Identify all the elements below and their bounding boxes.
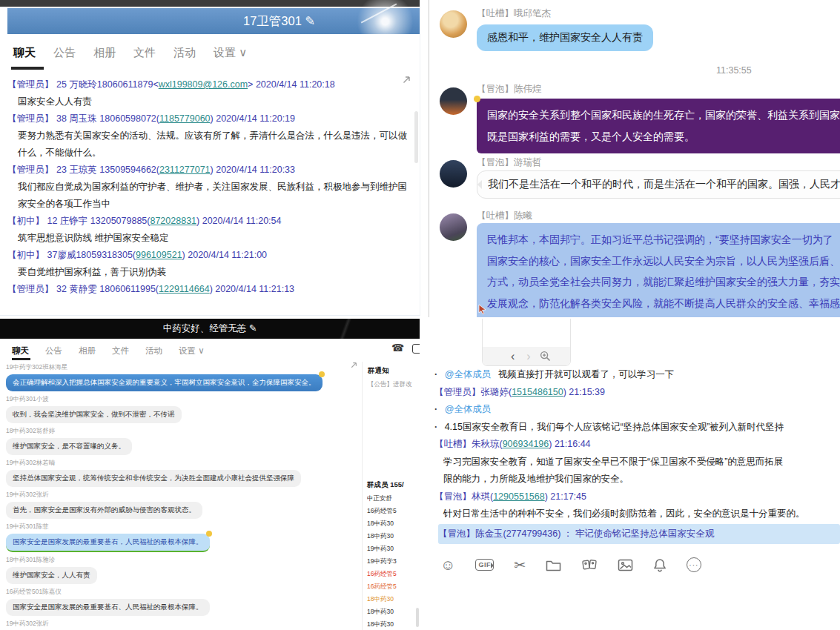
message-row: 19中药302张圻 其次，国家安全是国家没有内部的混乱与疾患的客观状态 — [6, 620, 356, 630]
tab-announcement[interactable]: 公告 — [53, 46, 76, 60]
qq-number-link[interactable]: 1185779060 — [159, 113, 211, 124]
message-text: 要努力熟悉有关国家安全的活动、法规。应该有所了解，弄清什么是合法，什么是违法，可… — [7, 127, 408, 162]
qq-number-link[interactable]: 1515486150 — [512, 387, 563, 397]
edit-title-icon[interactable]: ✎ — [305, 14, 315, 27]
message-bubble[interactable]: 收到，我会坚决维护国家安全，做到不泄密，不传谣 — [6, 406, 182, 423]
tab-album[interactable]: 相册 — [93, 46, 116, 60]
chat-record-item: 【初中】 12 庄铮宇 13205079885(872028831) 2020/… — [7, 213, 408, 247]
message-text: 视频直接打开就可以观看了，可以学习一下 — [498, 369, 675, 379]
more-options-icon[interactable]: ··· — [687, 557, 701, 572]
message-content: 19中药学302班林海星 会正确理解和深入把握总体国家安全观的重要意义，牢固树立… — [6, 363, 323, 391]
member-item[interactable]: 18中药30 — [367, 606, 410, 618]
at-mention[interactable]: @全体成员 — [445, 369, 492, 379]
message-header: 【管理员】 38 周玉珠 18060598072(1185779060) 202… — [7, 110, 408, 127]
chat-record-line: 限的能力，力所能及地维护我们国家的安全。 — [434, 471, 839, 488]
sender-name: 19中药302张圻 — [6, 491, 202, 500]
chat-record-list: 【管理员】 25 万晓玲18060611879<wxl199809@126.co… — [7, 76, 408, 298]
members-count: 群成员 155/ — [367, 480, 404, 490]
chat-record-line: 学习完国家安全教育，知道了国家安全早已不限于“保卫国家不受侵略”的意思而拓展 — [434, 454, 839, 471]
tab-settings[interactable]: 设置 ∨ — [214, 46, 247, 60]
message-row: 18中药302翁舒婷 维护国家安全，是不容置喙的义务。 — [6, 427, 356, 455]
folder-icon[interactable] — [546, 559, 561, 571]
tab-settings[interactable]: 设置 ∨ — [179, 345, 205, 357]
bubble-line: 国家的安全关系到整个国家和民族的生死存亡，国家的荣誉、利益关系到国家 — [487, 105, 840, 126]
avatar[interactable] — [440, 87, 467, 115]
message-bubble[interactable]: 维护国家安全，人人有责 — [6, 567, 97, 584]
message-bubble[interactable]: 感恩和平，维护国家安全人人有责 — [477, 24, 653, 51]
qq-number-link[interactable]: 2311277071 — [159, 165, 211, 175]
avatar[interactable] — [440, 160, 467, 188]
message-bubble[interactable]: 会正确理解和深入把握总体国家安全观的重要意义，牢固树立国家安全意识，全力保障国家… — [6, 374, 323, 391]
image-preview-card[interactable]: ‹ › — [482, 319, 571, 366]
phone-call-icon[interactable]: ☎ — [391, 342, 404, 354]
photo-collage-icon[interactable] — [581, 558, 598, 572]
scrollbar-thumb[interactable] — [416, 608, 419, 627]
group-notice-text[interactable]: 【公告】进群改 — [368, 380, 415, 389]
chat-record-line: 【管理员】张璐婷(1515486150) 21:15:39 — [434, 384, 839, 402]
qq-number-link[interactable]: 1229114664 — [159, 284, 210, 294]
message-bubble[interactable]: 国家安全是国家发展的最重要基石，人民福祉的最根本保障。 — [6, 534, 210, 552]
member-item[interactable]: 18中药30 — [367, 593, 410, 606]
message-bubble[interactable]: 首先，国家安全是国家没有外部的威胁与侵害的客观状态。 — [6, 502, 202, 519]
message-row: 19中药301陈菲 国家安全是国家发展的最重要基石，人民福祉的最根本保障。 — [6, 523, 356, 552]
tab-files[interactable]: 文件 — [112, 345, 129, 357]
qq-group-window-zhongyao: 中药安好、经管无恙 ✎ 聊天 公告 相册 文件 活动 设置 ∨ ☎ 19中药学3… — [0, 319, 420, 630]
gif-icon[interactable]: GIF — [475, 559, 494, 571]
message-row: 16药经管501陈嘉仪 国家安全是国家发展的最重要基石、人民福祉的最根本保障。 — [6, 588, 356, 616]
group-tab-bar: 聊天 公告 相册 文件 活动 设置 ∨ — [12, 345, 205, 357]
bell-icon[interactable] — [653, 558, 667, 572]
chat-record-line: 【冒泡】林琪(1290551568) 21:17:45 — [434, 488, 839, 506]
message-bubble[interactable]: 我们不是生活在一个和平的时代，而是生活在一个和平的国家。国强，人民才 — [477, 170, 840, 199]
chat-record-item: 【管理员】 38 周玉珠 18060598072(1185779060) 202… — [7, 110, 408, 162]
sender-name: 19中药302林若晴 — [6, 459, 301, 468]
bullet: · — [434, 422, 437, 432]
image-icon[interactable] — [618, 559, 633, 571]
chat-record-item: 【管理员】 32 黄静雯 18060611995(1229114664) 202… — [7, 281, 408, 298]
sender-name: 【吐槽】哦邱笔杰 — [477, 7, 551, 20]
member-item[interactable]: 18中药30 — [367, 517, 410, 530]
next-arrow[interactable]: › — [526, 351, 530, 362]
message-bubble[interactable]: 国家安全是国家发展的最重要基石、人民福祉的最根本保障。 — [6, 599, 210, 616]
tab-files[interactable]: 文件 — [133, 46, 156, 60]
highlighted-message-text: 【冒泡】陈金玉(2774799436) ： 牢记使命铭记坚持总体国家安全观 — [438, 528, 714, 540]
tab-activity[interactable]: 活动 — [145, 345, 162, 357]
qq-number-link[interactable]: 996109521 — [136, 250, 182, 260]
qq-number-link[interactable]: 872028831 — [150, 216, 196, 226]
message-bubble[interactable]: 民惟邦本，本固邦宁。正如习近平总书记强调的，“要坚持国家安全一切为了 国家安全的… — [477, 223, 840, 317]
video-call-icon[interactable] — [412, 344, 420, 354]
bubble-line: 民惟邦本，本固邦宁。正如习近平总书记强调的，“要坚持国家安全一切为了 — [487, 229, 840, 251]
avatar[interactable] — [440, 213, 467, 241]
member-item[interactable]: 16药经管5 — [367, 580, 410, 593]
edit-title-icon[interactable]: ✎ — [249, 323, 257, 334]
message-bubble[interactable]: 维护国家安全，是不容置喙的义务。 — [6, 438, 132, 455]
bubble-line: 发展观念，防范化解各类安全风险，就能不断提高人民群众的安全感、幸福感 — [487, 293, 840, 314]
member-name: 16药经管5 — [367, 507, 410, 516]
screenshot-scissors-icon[interactable]: ✂ — [514, 558, 526, 572]
emoji-icon[interactable]: ☺ — [440, 557, 455, 572]
qq-number-link[interactable]: 1290551568 — [493, 491, 545, 502]
scrollbar-thumb[interactable] — [414, 111, 418, 163]
tab-announcement[interactable]: 公告 — [45, 345, 62, 357]
previous-arrow[interactable]: ‹ — [511, 351, 515, 362]
member-item[interactable]: 18中药30 — [367, 530, 410, 543]
member-item[interactable]: 中正安舒 — [367, 492, 410, 505]
tab-chat[interactable]: 聊天 — [12, 345, 29, 357]
tab-chat[interactable]: 聊天 — [13, 46, 36, 60]
group-title: 17卫管301 ✎ — [243, 13, 315, 30]
at-mention[interactable]: @全体成员 — [445, 404, 492, 414]
zoom-in-icon[interactable] — [540, 351, 551, 362]
avatar[interactable] — [440, 10, 467, 38]
highlighted-message-bar[interactable]: 【冒泡】陈金玉(2774799436) ： 牢记使命铭记坚持总体国家安全观 — [438, 524, 840, 544]
message-bubble[interactable]: 国家的安全关系到整个国家和民族的生死存亡，国家的荣誉、利益关系到国家 既是国家利… — [477, 99, 840, 153]
member-item[interactable]: 16药经管5 — [367, 568, 410, 580]
tab-album[interactable]: 相册 — [79, 345, 96, 357]
message-bubble[interactable]: 坚持总体国家安全观，统筹传统安全和非传统安全，为决胜全面建成小康社会提供坚强保障 — [6, 470, 301, 487]
member-item[interactable]: 16药经管5 — [367, 505, 410, 517]
member-item[interactable]: 19中药学3 — [367, 555, 410, 568]
qq-number-link[interactable]: wxl199809@126.com — [159, 79, 248, 90]
member-item[interactable]: 18中药30 — [367, 618, 410, 630]
qq-number-link[interactable]: 906934196 — [503, 439, 549, 449]
member-item[interactable]: 19中药30 — [367, 543, 410, 555]
sender-name: 【吐槽】陈曦 — [477, 210, 532, 222]
tab-activity[interactable]: 活动 — [173, 46, 196, 60]
